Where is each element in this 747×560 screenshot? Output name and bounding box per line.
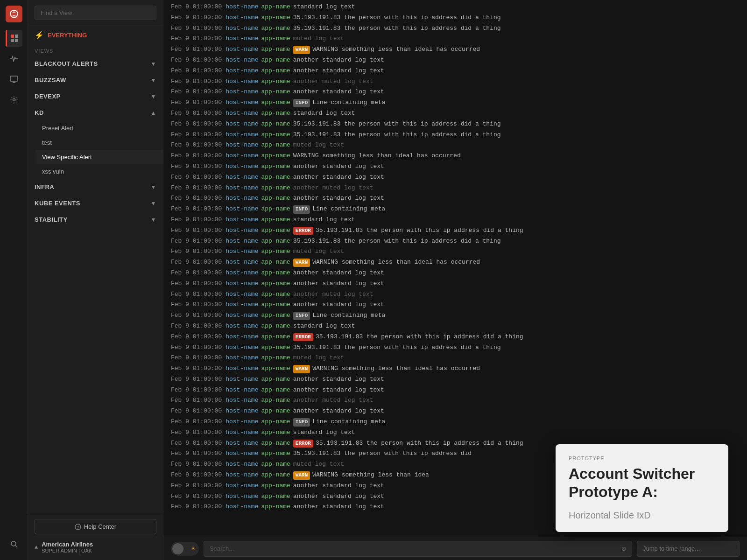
log-line[interactable]: Feb 9 01:00:00host-nameapp-nameanother s… [163, 87, 747, 98]
log-line[interactable]: Feb 9 01:00:00host-nameapp-namestandard … [163, 108, 747, 119]
log-line[interactable]: Feb 9 01:00:00host-nameapp-nameanother s… [163, 172, 747, 183]
log-timestamp: Feb 9 01:00:00 [171, 98, 222, 108]
log-line[interactable]: Feb 9 01:00:00host-nameapp-nameERROR35.1… [163, 225, 747, 236]
log-line[interactable]: Feb 9 01:00:00host-nameapp-namestandard … [163, 427, 747, 438]
nav-group-header-buzzsaw[interactable]: BUZZSAW▼ [28, 72, 163, 88]
log-line[interactable]: Feb 9 01:00:00host-nameapp-name35.193.19… [163, 236, 747, 247]
nav-group-label-buzzsaw: BUZZSAW [35, 77, 66, 84]
svg-rect-3 [15, 39, 18, 42]
nav-group-header-kube-events[interactable]: KUBE EVENTS▼ [28, 195, 163, 211]
log-timestamp: Feb 9 01:00:00 [171, 151, 222, 161]
log-line[interactable]: Feb 9 01:00:00host-nameapp-nameanother s… [163, 385, 747, 396]
log-line[interactable]: Feb 9 01:00:00host-nameapp-name35.193.19… [163, 130, 747, 140]
help-center-button[interactable]: ? Help Center [35, 519, 156, 534]
logo-icon[interactable] [6, 6, 22, 22]
nav-group-header-blackout-alerts[interactable]: BLACKOUT ALERTS▼ [28, 56, 163, 72]
everything-nav-item[interactable]: ⚡ EVERYTHING [28, 26, 163, 44]
log-line[interactable]: Feb 9 01:00:00host-nameapp-nameWARNING s… [163, 151, 747, 161]
account-switcher[interactable]: ▲ American Airlines SUPER ADMIN | OAK [35, 539, 156, 555]
log-line[interactable]: Feb 9 01:00:00host-nameapp-nameanother m… [163, 183, 747, 194]
log-line[interactable]: Feb 9 01:00:00host-nameapp-nameanother m… [163, 395, 747, 406]
log-line[interactable]: Feb 9 01:00:00host-nameapp-name35.193.19… [163, 23, 747, 34]
log-appname: app-name [261, 194, 290, 203]
log-line[interactable]: Feb 9 01:00:00host-nameapp-nameINFOLine … [163, 417, 747, 427]
log-line[interactable]: Feb 9 01:00:00host-nameapp-nameERROR35.1… [163, 332, 747, 343]
log-line[interactable]: Feb 9 01:00:00host-nameapp-namemuted log… [163, 246, 747, 257]
log-line[interactable]: Feb 9 01:00:00host-nameapp-nameINFOLine … [163, 204, 747, 215]
log-hostname: host-name [226, 258, 258, 267]
log-search-input[interactable] [210, 545, 621, 552]
log-hostname: host-name [226, 364, 258, 374]
log-badge-error: ERROR [293, 333, 313, 342]
log-text: standard log text [293, 109, 355, 119]
log-badge-info: INFO [293, 312, 310, 320]
log-line[interactable]: Feb 9 01:00:00host-nameapp-nameWARNWARNI… [163, 257, 747, 268]
nav-group-blackout-alerts: BLACKOUT ALERTS▼ [28, 56, 163, 72]
log-line[interactable]: Feb 9 01:00:00host-nameapp-namestandard … [163, 321, 747, 332]
log-line[interactable]: Feb 9 01:00:00host-nameapp-nameanother s… [163, 279, 747, 289]
log-line[interactable]: Feb 9 01:00:00host-nameapp-nameWARNWARNI… [163, 364, 747, 374]
nav-group-label-kd: KD [35, 109, 44, 116]
nav-item-preset-alert[interactable]: Preset Alert [35, 121, 163, 135]
log-line[interactable]: Feb 9 01:00:00host-nameapp-nameanother s… [163, 66, 747, 77]
log-line[interactable]: Feb 9 01:00:00host-nameapp-nameanother s… [163, 300, 747, 310]
layout-nav-icon[interactable] [6, 30, 22, 47]
search-nav-icon[interactable] [6, 536, 22, 553]
log-line[interactable]: Feb 9 01:00:00host-nameapp-namemuted log… [163, 140, 747, 151]
log-text: standard log text [293, 215, 355, 225]
log-line[interactable]: Feb 9 01:00:00host-nameapp-name35.193.19… [163, 119, 747, 130]
search-help-icon[interactable]: ⊙ [621, 544, 626, 553]
log-line[interactable]: Feb 9 01:00:00host-nameapp-nameanother s… [163, 193, 747, 204]
log-line[interactable]: Feb 9 01:00:00host-nameapp-namestandard … [163, 2, 747, 13]
bottom-bar: ☀ ⊙ [163, 537, 747, 560]
log-text: WARNING something less than ideal has oc… [312, 364, 480, 374]
log-badge-info: INFO [293, 205, 310, 214]
log-line[interactable]: Feb 9 01:00:00host-nameapp-nameanother s… [163, 374, 747, 385]
log-line[interactable]: Feb 9 01:00:00host-nameapp-nameWARNWARNI… [163, 44, 747, 55]
theme-toggle[interactable]: ☀ [171, 542, 199, 556]
log-line[interactable]: Feb 9 01:00:00host-nameapp-nameINFOLine … [163, 310, 747, 321]
nav-group-header-infra[interactable]: INFRA▼ [28, 179, 163, 195]
log-timestamp: Feb 9 01:00:00 [171, 417, 222, 427]
log-line[interactable]: Feb 9 01:00:00host-nameapp-namemuted log… [163, 34, 747, 44]
nav-group-header-stability[interactable]: STABILITY▼ [28, 211, 163, 228]
log-timestamp: Feb 9 01:00:00 [171, 290, 222, 300]
log-line[interactable]: Feb 9 01:00:00host-nameapp-nameanother s… [163, 268, 747, 279]
log-line[interactable]: Feb 9 01:00:00host-nameapp-nameanother m… [163, 77, 747, 87]
log-timestamp: Feb 9 01:00:00 [171, 140, 222, 150]
monitor-nav-icon[interactable] [6, 71, 22, 88]
log-line[interactable]: Feb 9 01:00:00host-nameapp-nameanother m… [163, 289, 747, 300]
log-hostname: host-name [226, 290, 258, 300]
find-view-input[interactable] [35, 6, 156, 20]
sidebar: ⚡ EVERYTHING VIEWS BLACKOUT ALERTS▼BUZZS… [28, 0, 163, 560]
nav-group-header-devexp[interactable]: DEVEXP▼ [28, 88, 163, 105]
settings-nav-icon[interactable] [6, 91, 22, 108]
log-timestamp: Feb 9 01:00:00 [171, 279, 222, 289]
log-timestamp: Feb 9 01:00:00 [171, 162, 222, 172]
nav-item-view-specific-alert[interactable]: View Specific Alert [35, 150, 163, 164]
log-line[interactable]: Feb 9 01:00:00host-nameapp-nameanother s… [163, 161, 747, 172]
log-text: 35.193.191.83 the person with this ip ad… [293, 119, 501, 129]
pulse-nav-icon[interactable] [6, 50, 22, 67]
log-line[interactable]: Feb 9 01:00:00host-nameapp-name35.193.19… [163, 343, 747, 353]
log-appname: app-name [261, 34, 290, 44]
log-line[interactable]: Feb 9 01:00:00host-nameapp-namemuted log… [163, 353, 747, 364]
log-line[interactable]: Feb 9 01:00:00host-nameapp-nameanother s… [163, 55, 747, 66]
log-line[interactable]: Feb 9 01:00:00host-nameapp-namestandard … [163, 215, 747, 225]
nav-group-header-kd[interactable]: KD▲ [28, 105, 163, 121]
log-line[interactable]: Feb 9 01:00:00host-nameapp-name35.193.19… [163, 13, 747, 23]
log-appname: app-name [261, 449, 290, 459]
time-range-input[interactable] [643, 545, 733, 552]
log-hostname: host-name [226, 502, 258, 512]
nav-item-test[interactable]: test [35, 135, 163, 150]
log-hostname: host-name [226, 215, 258, 225]
log-hostname: host-name [226, 183, 258, 193]
log-line[interactable]: Feb 9 01:00:00host-nameapp-nameanother s… [163, 406, 747, 417]
svg-rect-1 [15, 35, 18, 38]
log-text: another standard log text [293, 194, 384, 203]
log-appname: app-name [261, 460, 290, 469]
sidebar-bottom: ? Help Center ▲ American Airlines SUPER … [28, 514, 163, 560]
log-line[interactable]: Feb 9 01:00:00host-nameapp-nameINFOLine … [163, 98, 747, 108]
log-hostname: host-name [226, 226, 258, 236]
nav-item-xss-vuln[interactable]: xss vuln [35, 164, 163, 179]
